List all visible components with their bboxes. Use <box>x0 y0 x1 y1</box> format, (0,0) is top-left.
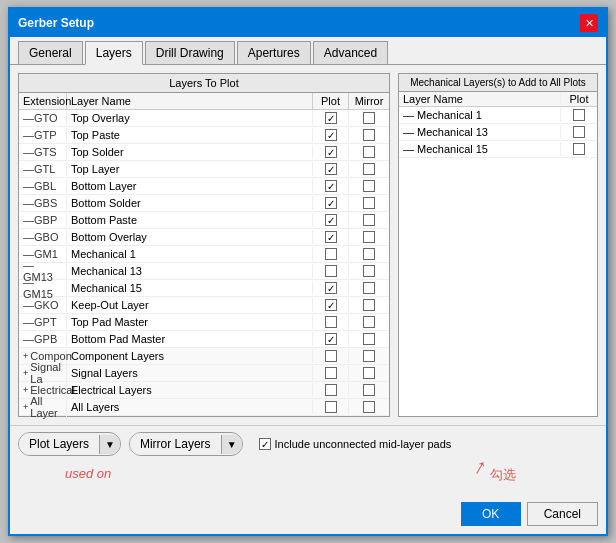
mirror-checkbox[interactable] <box>363 299 375 311</box>
mirror-checkbox[interactable] <box>363 163 375 175</box>
plot-checkbox[interactable] <box>325 129 337 141</box>
cell-group-mirror[interactable] <box>349 383 389 397</box>
plot-checkbox[interactable] <box>325 163 337 175</box>
expand-icon[interactable]: + <box>23 402 28 412</box>
layer-group-row[interactable]: + Signal La Signal Layers <box>19 365 389 382</box>
layer-row[interactable]: —GPT Top Pad Master <box>19 314 389 331</box>
mechanical-layer-row[interactable]: — Mechanical 13 <box>399 124 597 141</box>
cell-plot-check[interactable] <box>313 264 349 278</box>
plot-checkbox[interactable] <box>325 146 337 158</box>
mirror-checkbox[interactable] <box>363 197 375 209</box>
plot-checkbox[interactable] <box>325 316 337 328</box>
layer-row[interactable]: —GKO Keep-Out Layer <box>19 297 389 314</box>
mirror-checkbox[interactable] <box>363 282 375 294</box>
layer-row[interactable]: —GPB Bottom Pad Master <box>19 331 389 348</box>
cell-plot-check[interactable] <box>313 213 349 227</box>
plot-checkbox[interactable] <box>325 299 337 311</box>
mech-plot-checkbox[interactable] <box>573 109 585 121</box>
plot-checkbox[interactable] <box>325 214 337 226</box>
mirror-checkbox[interactable] <box>363 112 375 124</box>
cell-plot-check[interactable] <box>313 298 349 312</box>
mirror-checkbox[interactable] <box>363 231 375 243</box>
plot-checkbox[interactable] <box>325 112 337 124</box>
cell-plot-check[interactable] <box>313 315 349 329</box>
plot-checkbox[interactable] <box>325 180 337 192</box>
cell-mirror-check[interactable] <box>349 162 389 176</box>
cell-mirror-check[interactable] <box>349 213 389 227</box>
plot-checkbox[interactable] <box>325 231 337 243</box>
tab-advanced[interactable]: Advanced <box>313 41 388 64</box>
mechanical-layer-row[interactable]: — Mechanical 15 <box>399 141 597 158</box>
plot-layers-dropdown[interactable]: Plot Layers ▼ <box>18 432 121 456</box>
layer-row[interactable]: —GBP Bottom Paste <box>19 212 389 229</box>
cell-group-plot[interactable] <box>313 383 349 397</box>
layer-row[interactable]: —GTO Top Overlay <box>19 110 389 127</box>
plot-checkbox[interactable] <box>325 248 337 260</box>
cell-plot-check[interactable] <box>313 145 349 159</box>
layer-row[interactable]: —GM15 Mechanical 15 <box>19 280 389 297</box>
plot-checkbox[interactable] <box>325 282 337 294</box>
cell-group-mirror[interactable] <box>349 400 389 414</box>
mirror-checkbox[interactable] <box>363 248 375 260</box>
mech-plot-checkbox[interactable] <box>573 143 585 155</box>
cell-group-plot[interactable] <box>313 349 349 363</box>
cell-mirror-check[interactable] <box>349 298 389 312</box>
mirror-checkbox[interactable] <box>363 180 375 192</box>
plot-checkbox[interactable] <box>325 333 337 345</box>
cell-mirror-check[interactable] <box>349 264 389 278</box>
tab-apertures[interactable]: Apertures <box>237 41 311 64</box>
right-cell-plot[interactable] <box>561 108 597 122</box>
layer-group-row[interactable]: + Electrical Electrical Layers <box>19 382 389 399</box>
layer-row[interactable]: —GM13 Mechanical 13 <box>19 263 389 280</box>
cell-mirror-check[interactable] <box>349 111 389 125</box>
group-plot-checkbox[interactable] <box>325 350 337 362</box>
cell-group-mirror[interactable] <box>349 349 389 363</box>
cell-mirror-check[interactable] <box>349 128 389 142</box>
cell-mirror-check[interactable] <box>349 145 389 159</box>
mirror-layers-dropdown[interactable]: Mirror Layers ▼ <box>129 432 243 456</box>
cell-group-plot[interactable] <box>313 366 349 380</box>
cell-group-mirror[interactable] <box>349 366 389 380</box>
cell-mirror-check[interactable] <box>349 247 389 261</box>
layer-row[interactable]: —GTL Top Layer <box>19 161 389 178</box>
include-unconnected-check[interactable]: Include unconnected mid-layer pads <box>259 438 452 450</box>
mirror-checkbox[interactable] <box>363 129 375 141</box>
cell-plot-check[interactable] <box>313 128 349 142</box>
cell-plot-check[interactable] <box>313 332 349 346</box>
mirror-checkbox[interactable] <box>363 316 375 328</box>
right-cell-plot[interactable] <box>561 125 597 139</box>
group-plot-checkbox[interactable] <box>325 367 337 379</box>
mirror-checkbox[interactable] <box>363 265 375 277</box>
plot-checkbox[interactable] <box>325 265 337 277</box>
layer-row[interactable]: —GBS Bottom Solder <box>19 195 389 212</box>
plot-checkbox[interactable] <box>325 197 337 209</box>
plot-layers-arrow-icon[interactable]: ▼ <box>99 435 120 454</box>
cancel-button[interactable]: Cancel <box>527 502 598 526</box>
include-checkbox[interactable] <box>259 438 271 450</box>
cell-plot-check[interactable] <box>313 247 349 261</box>
group-mirror-checkbox[interactable] <box>363 401 375 413</box>
ok-button[interactable]: OK <box>461 502 521 526</box>
tab-layers[interactable]: Layers <box>85 41 143 65</box>
layer-group-row[interactable]: + All Layer All Layers <box>19 399 389 416</box>
layer-row[interactable]: —GTP Top Paste <box>19 127 389 144</box>
cell-plot-check[interactable] <box>313 281 349 295</box>
close-button[interactable]: ✕ <box>580 14 598 32</box>
mirror-checkbox[interactable] <box>363 146 375 158</box>
cell-mirror-check[interactable] <box>349 315 389 329</box>
plot-layers-button[interactable]: Plot Layers <box>19 433 99 455</box>
group-plot-checkbox[interactable] <box>325 384 337 396</box>
cell-plot-check[interactable] <box>313 162 349 176</box>
layer-group-row[interactable]: + Compon Component Layers <box>19 348 389 365</box>
cell-group-plot[interactable] <box>313 400 349 414</box>
cell-plot-check[interactable] <box>313 196 349 210</box>
tab-general[interactable]: General <box>18 41 83 64</box>
group-mirror-checkbox[interactable] <box>363 367 375 379</box>
cell-plot-check[interactable] <box>313 230 349 244</box>
cell-mirror-check[interactable] <box>349 332 389 346</box>
cell-mirror-check[interactable] <box>349 179 389 193</box>
cell-mirror-check[interactable] <box>349 196 389 210</box>
expand-icon[interactable]: + <box>23 368 28 378</box>
layer-row[interactable]: —GM1 Mechanical 1 <box>19 246 389 263</box>
layer-row[interactable]: —GBO Bottom Overlay <box>19 229 389 246</box>
